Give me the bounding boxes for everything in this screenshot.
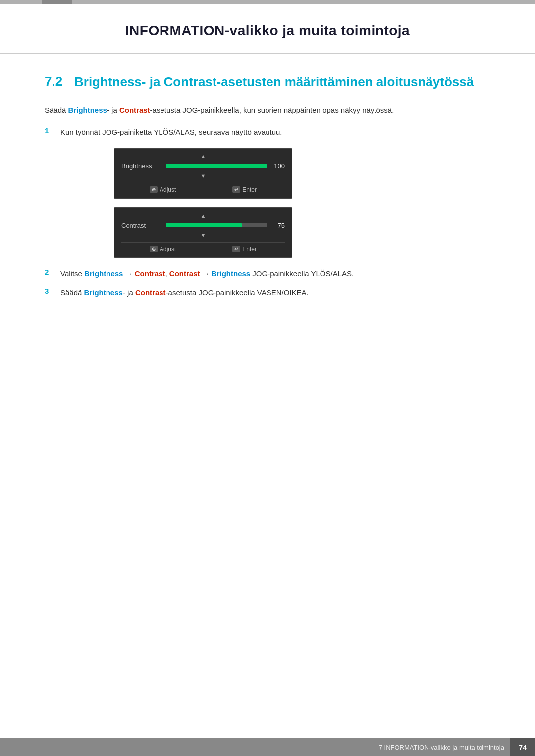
intro-text-before: Säädä <box>45 106 68 114</box>
brightness-osd-panel: ▲ Brightness : 100 ▼ ⊕ Adjust ↵ Enter <box>114 148 292 199</box>
step3-text-mid: - ja <box>123 288 135 297</box>
brightness-osd-bar-fill <box>166 164 267 168</box>
intro-text-between: - ja <box>107 106 119 114</box>
top-bar-accent <box>42 0 72 4</box>
contrast-osd-colon: : <box>160 222 162 229</box>
top-decorative-bar <box>0 0 535 4</box>
step3-brightness: Brightness <box>84 288 123 297</box>
osd-panels: ▲ Brightness : 100 ▼ ⊕ Adjust ↵ Enter <box>114 148 292 258</box>
contrast-osd-up-arrow: ▲ <box>121 213 285 219</box>
brightness-osd-enter-label: Enter <box>242 186 257 193</box>
contrast-osd-main-row: Contrast : 75 <box>121 222 285 229</box>
main-content: 7.2 Brightness- ja Contrast-asetusten mä… <box>0 74 535 355</box>
contrast-adjust-icon: ⊕ <box>150 246 158 252</box>
adjust-icon: ⊕ <box>150 186 158 193</box>
contrast-osd-value: 75 <box>271 222 285 229</box>
step-1-text: Kun työnnät JOG-painiketta YLÖS/ALAS, se… <box>60 126 282 138</box>
brightness-osd-main-row: Brightness : 100 <box>121 162 285 170</box>
step-3-number: 3 <box>45 287 54 295</box>
step-2-text: Valitse Brightness → Contrast, Contrast … <box>60 268 354 280</box>
contrast-osd-enter: ↵ Enter <box>232 246 257 252</box>
step-3-text: Säädä Brightness- ja Contrast-asetusta J… <box>60 287 309 299</box>
step2-contrast2: Contrast <box>169 269 200 278</box>
contrast-osd-bar-bg <box>166 223 267 227</box>
contrast-osd-enter-label: Enter <box>242 246 257 252</box>
brightness-osd-adjust-label: Adjust <box>160 186 176 193</box>
step-2: 2 Valitse Brightness → Contrast, Contras… <box>45 268 490 280</box>
step3-contrast: Contrast <box>135 288 166 297</box>
brightness-osd-enter: ↵ Enter <box>232 186 257 193</box>
footer-text: 7 INFORMATION-valikko ja muita toimintoj… <box>379 744 510 751</box>
step3-text-before: Säädä <box>60 288 84 297</box>
contrast-osd-bar-fill <box>166 223 242 227</box>
step3-text-after: -asetusta JOG-painikkeella VASEN/OIKEA. <box>166 288 309 297</box>
brightness-osd-colon: : <box>160 162 162 170</box>
intro-brightness-label: Brightness <box>68 106 107 114</box>
section-number: 7.2 <box>45 74 64 89</box>
footer-page-number: 74 <box>510 738 535 756</box>
brightness-osd-adjust: ⊕ Adjust <box>150 186 176 193</box>
step2-brightness2: Brightness <box>212 269 250 278</box>
section-title: Brightness- ja Contrast-asetusten määrit… <box>74 74 474 91</box>
step2-text-before: Valitse <box>60 269 84 278</box>
step-3: 3 Säädä Brightness- ja Contrast-asetusta… <box>45 287 490 299</box>
contrast-enter-icon: ↵ <box>232 246 240 252</box>
contrast-osd-bottom-row: ⊕ Adjust ↵ Enter <box>121 242 285 252</box>
page-footer: 7 INFORMATION-valikko ja muita toimintoj… <box>0 738 535 756</box>
page-header: INFORMATION-valikko ja muita toimintoja <box>0 4 535 54</box>
intro-contrast-label: Contrast <box>119 106 150 114</box>
step2-brightness1: Brightness <box>84 269 123 278</box>
page-title: INFORMATION-valikko ja muita toimintoja <box>40 23 495 39</box>
step2-text-after: JOG-painikkeella YLÖS/ALAS. <box>250 269 354 278</box>
contrast-osd-panel: ▲ Contrast : 75 ▼ ⊕ Adjust ↵ Enter <box>114 207 292 258</box>
contrast-osd-label: Contrast <box>121 222 156 229</box>
contrast-osd-adjust: ⊕ Adjust <box>150 246 176 252</box>
brightness-osd-bottom-row: ⊕ Adjust ↵ Enter <box>121 183 285 193</box>
step2-contrast1: Contrast <box>135 269 165 278</box>
step2-arrow1: → <box>123 269 134 278</box>
brightness-osd-bar-bg <box>166 164 267 168</box>
section-heading: 7.2 Brightness- ja Contrast-asetusten mä… <box>45 74 490 91</box>
step-1: 1 Kun työnnät JOG-painiketta YLÖS/ALAS, … <box>45 126 490 138</box>
brightness-osd-up-arrow: ▲ <box>121 153 285 159</box>
intro-text-after: -asetusta JOG-painikkeella, kun suorien … <box>150 106 394 114</box>
contrast-osd-down-arrow: ▼ <box>121 232 285 238</box>
step-1-number: 1 <box>45 126 54 135</box>
contrast-osd-adjust-label: Adjust <box>160 246 176 252</box>
step2-arrow2: → <box>200 269 211 278</box>
brightness-osd-value: 100 <box>271 162 285 170</box>
brightness-osd-label: Brightness <box>121 162 156 170</box>
enter-icon: ↵ <box>232 186 240 193</box>
step-2-number: 2 <box>45 268 54 276</box>
step2-comma: , <box>165 269 169 278</box>
intro-paragraph: Säädä Brightness- ja Contrast-asetusta J… <box>45 104 490 116</box>
brightness-osd-down-arrow: ▼ <box>121 173 285 179</box>
